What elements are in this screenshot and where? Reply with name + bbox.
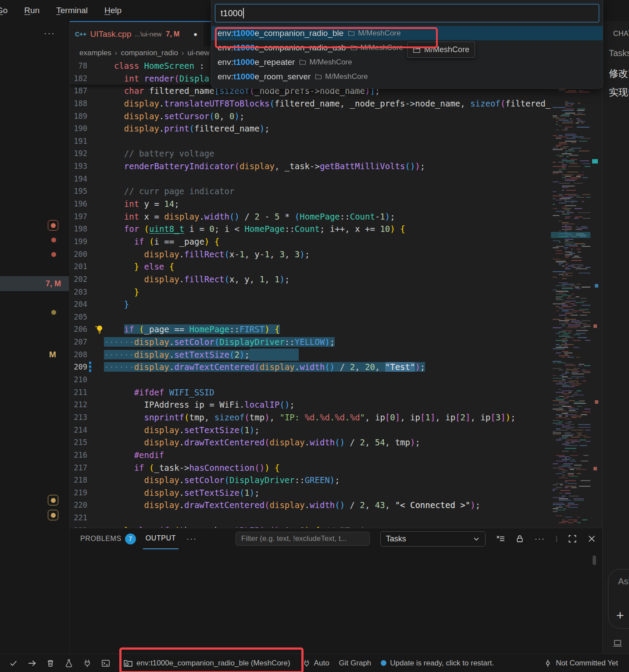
editor-group: C++ UITask.cpp ...\ui-new 7, M ● example… [70,21,602,654]
update-ready-button[interactable]: Update is ready, click to restart. [376,659,499,668]
panel-scrollbar[interactable] [593,555,596,565]
output-channel-select[interactable]: Tasks [380,531,486,547]
update-dot-icon [381,660,386,666]
code-line: 213 snprintf(tmp, sizeof(tmp), "IP: %d.%… [70,411,551,424]
tab-problems[interactable]: PROBLEMS 7 [78,528,139,549]
line-number: 182 [70,72,87,85]
menu-help[interactable]: Help [99,4,127,17]
code-line: 211 #ifdef WIFI_SSID [70,386,551,399]
panel-more-tabs-button[interactable]: ··· [183,534,200,544]
overview-ruler-marker [595,284,598,288]
line-number: 205 [70,311,87,324]
code-line: 194 [70,173,551,185]
chat-panel-item[interactable]: 修改前 [609,67,629,80]
quick-pick-item[interactable]: env:t1000e_companion_radio_bleM/MeshCore [211,26,603,40]
output-filter-input[interactable]: Filter (e.g. text, !excludeText, t... [236,532,370,546]
code-line: 190 display.print(filtered_name); [70,122,551,135]
minimap-canvas[interactable] [551,60,590,528]
update-label: Update is ready, click to restart. [390,659,494,668]
pio-serial-plug-button[interactable] [78,659,96,668]
quick-pick-input[interactable]: t1000 [215,4,599,22]
pio-upload-button[interactable] [23,659,41,668]
pio-env-selector[interactable]: env:t1000e_companion_radio_ble (MeshCore… [118,658,295,668]
text-caret [243,8,244,18]
line-number: 209 [70,361,87,373]
file-decoration-dot [51,310,56,315]
terminal-icon [101,659,110,668]
code-line: 207······display.setColor(DisplayDriver:… [70,336,551,348]
pio-terminal-button[interactable] [96,659,115,668]
menu-terminal[interactable]: Terminal [51,4,93,17]
tab-uitask-cpp[interactable]: C++ UITask.cpp ...\ui-new 7, M ● [70,22,203,46]
tab-output[interactable]: OUTPUT [143,528,179,549]
add-context-button[interactable]: + [616,608,624,623]
line-number: 218 [70,474,87,487]
code-line: 218 display.setColor(DisplayDriver::GREE… [70,474,551,487]
code-line: 212 IPAddress ip = WiFi.localIP(); [70,398,551,411]
check-icon [9,659,18,668]
line-number: 200 [70,248,87,261]
pio-test-button[interactable] [60,659,78,668]
code-line: 201 } else { [70,260,551,273]
panel-more-actions-icon[interactable]: ··· [535,534,545,544]
breadcrumb-segment[interactable]: ui-new [188,49,210,57]
quick-pick-item[interactable]: env:t1000e_room_serverM/MeshCore [211,69,603,84]
breadcrumb-segment[interactable]: companion_radio [121,49,178,57]
minimap[interactable] [551,60,602,528]
env-folder-icon [123,658,133,668]
panel-header: PROBLEMS 7 OUTPUT ··· Filter (e.g. text,… [70,528,602,549]
file-decoration-dot-badge [48,220,58,231]
line-number: 189 [70,110,87,123]
chat-panel-item[interactable]: 实现U [609,86,629,99]
line-number: 78 [70,60,87,72]
code-line: 215 display.drawTextCentered(display.wid… [70,436,551,449]
status-bar: env:t1000e_companion_radio_ble (MeshCore… [0,654,629,672]
code-line: 188 display.translateUTF8ToBlocks(filter… [70,97,551,110]
sidebar-more-actions[interactable]: ··· [44,28,55,38]
menu-go[interactable]: Go [0,4,13,17]
pio-clean-button[interactable] [41,659,60,668]
code-editor[interactable]: 78 class HomeScreen :182 int render(Disp… [70,60,602,528]
serial-port-auto[interactable]: Auto [298,659,334,668]
output-channel-value: Tasks [386,534,406,544]
lightbulb-icon[interactable] [95,325,104,334]
laptop-icon[interactable] [612,638,623,651]
folder-icon [299,59,306,66]
explorer-selected-item[interactable]: 7, M [0,276,69,291]
pio-build-button[interactable] [4,659,23,668]
overview-ruler-marker [595,400,598,404]
chat-input-box[interactable]: Ask + [608,569,629,629]
breadcrumb-segment[interactable]: examples [79,49,111,57]
folder-icon [350,44,357,51]
folder-icon [315,73,322,80]
git-commit-icon [543,659,552,668]
clear-output-icon[interactable] [496,534,505,543]
line-number: 222 [70,524,87,528]
output-content[interactable] [70,549,602,654]
line-number: 213 [70,411,87,424]
tab-modified-dot[interactable]: ● [193,30,197,38]
explorer-sidebar[interactable]: ···7, MM [0,21,70,654]
chat-panel: CHAT Tasks修改前实现U Ask + [602,21,629,654]
cpp-file-icon: C++ [75,31,86,38]
git-graph-button[interactable]: Git Graph [334,659,376,668]
git-graph-label: Git Graph [339,659,372,668]
code-line: 203 } [70,286,551,299]
breadcrumb-separator: › [182,49,184,57]
close-panel-icon[interactable] [587,534,596,543]
code-line: 192 // battery voltage [70,147,551,160]
line-number: 203 [70,286,87,299]
menu-run[interactable]: Run [19,4,45,17]
code-line: 195 // curr page indicator [70,185,551,198]
quick-pick-item-description: M/MeshCore [315,72,368,81]
line-number: 193 [70,160,87,173]
commit-status[interactable]: Not Committed Yet [539,659,623,668]
chat-panel-item[interactable]: Tasks [609,48,629,58]
auto-label: Auto [314,659,329,668]
lock-icon[interactable] [515,534,524,543]
code-line: 193 renderBatteryIndicator(display, _tas… [70,160,551,173]
maximize-panel-icon[interactable] [568,534,577,543]
output-label: OUTPUT [146,534,176,542]
hover-tooltip: M/MeshCore [407,42,475,58]
code-line: 202 display.fillRect(x, y, 1, 1); [70,273,551,286]
